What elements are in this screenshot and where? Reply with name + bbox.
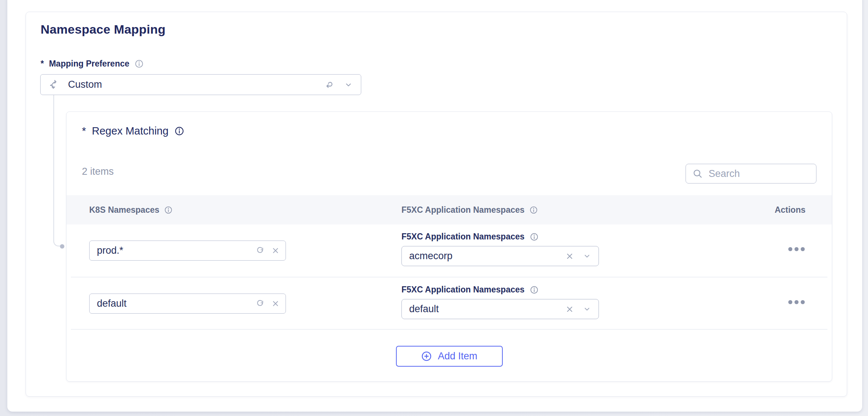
f5xc-field-label: F5XC Application Namespaces [401, 232, 525, 242]
clear-icon[interactable] [271, 299, 280, 308]
table-row: F5XC Application Namespaces default [67, 277, 832, 330]
chevron-down-icon[interactable] [344, 80, 353, 89]
mapping-preference-value: Custom [68, 79, 316, 90]
header-f5xc-namespaces: F5XC Application Namespaces [401, 205, 525, 215]
add-item-button[interactable]: Add Item [396, 346, 503, 367]
k8s-namespace-input[interactable] [97, 245, 249, 256]
f5xc-namespace-select[interactable]: acmecorp [401, 246, 599, 266]
row-actions-menu-icon[interactable] [788, 247, 805, 251]
k8s-namespace-input-wrap [89, 241, 286, 261]
info-icon[interactable] [529, 206, 538, 214]
refresh-icon[interactable] [256, 299, 265, 308]
clear-icon[interactable] [271, 246, 280, 255]
k8s-namespace-input[interactable] [97, 298, 249, 309]
info-icon[interactable] [530, 285, 539, 294]
f5xc-namespace-cell: F5XC Application Namespaces default [401, 285, 599, 319]
table-row: F5XC Application Namespaces acmecorp [67, 224, 832, 277]
info-icon[interactable] [135, 59, 144, 68]
header-k8s-namespaces: K8S Namespaces [89, 205, 159, 215]
clear-icon[interactable] [565, 252, 574, 261]
content-panel: Namespace Mapping * Mapping Preference [7, 0, 862, 412]
clear-icon[interactable] [565, 305, 574, 314]
table-header-row: K8S Namespaces F5XC Application Namespac… [67, 195, 832, 224]
f5xc-namespace-select[interactable]: default [401, 299, 599, 319]
row-actions-menu-icon[interactable] [788, 300, 805, 304]
add-item-label: Add Item [438, 351, 477, 362]
f5xc-namespace-value: acmecorp [409, 250, 556, 262]
chevron-down-icon[interactable] [583, 305, 591, 313]
refresh-icon[interactable] [256, 246, 265, 255]
f5xc-namespace-cell: F5XC Application Namespaces acmecorp [401, 232, 599, 266]
info-icon[interactable] [174, 126, 184, 136]
info-icon[interactable] [530, 232, 539, 241]
branch-icon [49, 79, 60, 90]
regex-matching-title: Regex Matching [92, 125, 169, 137]
f5xc-namespace-value: default [409, 303, 556, 315]
k8s-namespace-input-wrap [89, 294, 286, 314]
search-box [686, 164, 816, 184]
f5xc-field-label: F5XC Application Namespaces [401, 285, 525, 295]
search-input[interactable] [709, 168, 832, 179]
required-marker: * [41, 59, 44, 69]
nesting-connector-dot [60, 244, 64, 249]
regex-matching-heading: * Regex Matching [82, 125, 184, 137]
required-marker: * [82, 125, 86, 137]
regex-matching-card: * Regex Matching 2 items [66, 111, 832, 382]
reset-to-default-icon[interactable] [324, 80, 335, 90]
items-count: 2 items [82, 166, 114, 177]
header-actions: Actions [775, 205, 805, 215]
namespace-mapping-card: Namespace Mapping * Mapping Preference [26, 12, 847, 397]
mapping-preference-label: Mapping Preference [49, 59, 129, 69]
info-icon[interactable] [164, 206, 173, 214]
plus-circle-icon [421, 351, 432, 362]
mapping-preference-label-row: * Mapping Preference [41, 59, 144, 69]
mapping-preference-select[interactable]: Custom [40, 74, 361, 95]
nesting-connector-line [53, 95, 61, 246]
search-icon [692, 169, 703, 179]
page-title: Namespace Mapping [41, 22, 166, 37]
screen: Namespace Mapping * Mapping Preference [0, 0, 868, 416]
chevron-down-icon[interactable] [583, 252, 591, 260]
add-item-area: Add Item [67, 330, 832, 382]
